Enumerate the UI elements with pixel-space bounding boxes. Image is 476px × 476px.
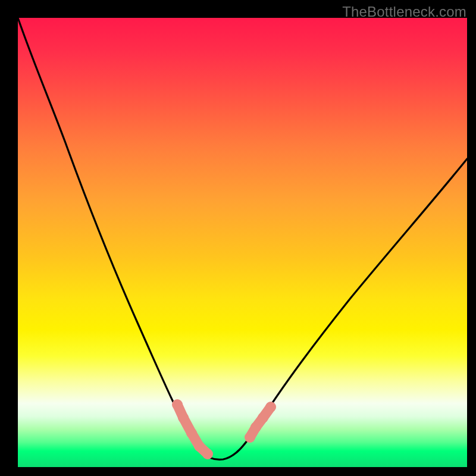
svg-point-5 [178, 412, 189, 423]
svg-point-13 [250, 422, 261, 433]
plot-area [18, 18, 467, 467]
bottleneck-curve [18, 18, 467, 459]
svg-point-12 [245, 432, 255, 443]
svg-point-4 [172, 399, 183, 410]
svg-point-6 [186, 428, 197, 439]
svg-point-14 [258, 412, 268, 423]
curve-layer [18, 18, 467, 467]
svg-point-8 [202, 449, 213, 459]
svg-point-15 [265, 402, 276, 412]
highlight-left-dots [172, 399, 213, 459]
highlight-right-dots [245, 402, 276, 443]
chart-frame: TheBottleneck.com [0, 0, 476, 476]
svg-point-7 [194, 441, 205, 452]
